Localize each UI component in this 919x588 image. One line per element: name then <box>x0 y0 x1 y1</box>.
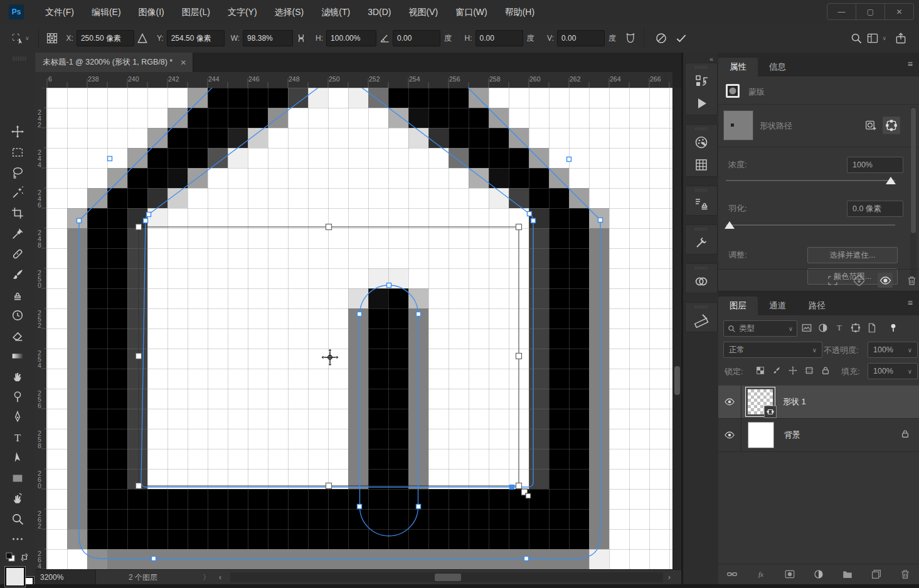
v-skew-field[interactable]: 0.00 <box>557 30 605 46</box>
density-slider[interactable] <box>726 180 895 181</box>
layer-thumbnail[interactable] <box>748 389 773 414</box>
more-tool[interactable] <box>10 532 25 547</box>
grid-panel-icon[interactable] <box>686 154 717 176</box>
add-mask-icon[interactable] <box>864 118 879 133</box>
lasso-tool[interactable] <box>10 165 25 180</box>
transform-handle[interactable] <box>136 224 142 230</box>
marquee-tool[interactable] <box>10 145 25 160</box>
transform-handle[interactable] <box>136 483 142 489</box>
chevron-down-icon[interactable]: ∨ <box>882 35 886 41</box>
properties-scrollbar[interactable] <box>910 107 916 282</box>
layer-name[interactable]: 背景 <box>784 429 800 441</box>
history-brush-tool[interactable] <box>10 308 25 323</box>
opacity-field[interactable]: 100% ∨ <box>868 342 918 358</box>
clone-stamp-tool[interactable] <box>10 287 25 302</box>
vector-mask-icon[interactable] <box>883 117 900 134</box>
layers-mask-s-button[interactable] <box>782 567 798 582</box>
transform-handle[interactable] <box>516 483 522 489</box>
path-anchor-point[interactable] <box>528 212 532 216</box>
panel-group-grip[interactable]: |||||||| <box>686 264 717 270</box>
workspace-icon[interactable] <box>864 30 881 46</box>
zoom-tool[interactable] <box>10 512 25 527</box>
zoom-level-field[interactable]: 3200% <box>35 570 96 585</box>
layers-tab-3[interactable]: 路径 <box>797 297 837 315</box>
properties-tab-2[interactable]: 信息 <box>758 58 797 76</box>
path-anchor-point[interactable] <box>144 219 148 223</box>
transform-handle[interactable] <box>516 354 522 359</box>
blend-mode-select[interactable]: 正常 ∨ <box>723 342 822 358</box>
path-anchor-point[interactable] <box>387 283 391 288</box>
fill-field[interactable]: 100% ∨ <box>868 363 918 379</box>
panel-group-grip[interactable]: |||||||| <box>686 303 717 309</box>
lock-lock-icon[interactable] <box>817 363 834 378</box>
smudge-tool[interactable] <box>10 369 25 384</box>
horizontal-scrollbar[interactable] <box>230 572 663 582</box>
menu-t[interactable]: 滤镜(T) <box>312 0 359 24</box>
menu-l[interactable]: 图层(L) <box>173 0 219 24</box>
maximize-button[interactable]: ▢ <box>856 4 884 19</box>
search-icon[interactable] <box>848 30 864 46</box>
path-anchor-point[interactable] <box>598 218 603 223</box>
filter-text-t-icon[interactable]: T <box>831 320 847 335</box>
ref-point-icon[interactable] <box>44 30 60 46</box>
layers-half-button[interactable] <box>810 567 827 582</box>
panel-group-grip[interactable]: |||||||| <box>686 125 717 131</box>
pen-tool[interactable] <box>10 409 25 424</box>
status-expand-arrow[interactable]: 〉 <box>203 572 210 583</box>
vertical-scrollbar-thumb[interactable] <box>674 366 680 395</box>
brush-tool[interactable] <box>10 267 25 282</box>
commit-icon[interactable] <box>673 30 689 46</box>
layer-row-形状-1[interactable]: 形状 1 <box>718 386 919 419</box>
layer-visibility-eye-icon[interactable] <box>718 386 741 418</box>
rectangle-tool[interactable] <box>10 471 25 486</box>
panel-group-grip[interactable]: |||||||| <box>686 225 717 231</box>
transform-handle[interactable] <box>326 224 332 230</box>
close-button[interactable]: ✕ <box>884 4 913 19</box>
minimize-button[interactable]: — <box>827 4 856 19</box>
mask-thumbnail-icon[interactable] <box>725 83 741 99</box>
delta-icon[interactable] <box>134 30 151 46</box>
layers-trash-button[interactable] <box>897 567 913 582</box>
lock-move-s-icon[interactable] <box>785 363 801 378</box>
expand-panels-icon[interactable]: « <box>709 55 713 63</box>
warp-icon[interactable] <box>622 30 639 46</box>
scroll-left-arrow[interactable]: ‹ <box>219 573 221 582</box>
selected-anchor-point[interactable] <box>510 485 514 490</box>
menu-e[interactable]: 编辑(E) <box>83 0 130 24</box>
menu-i[interactable]: 图像(I) <box>130 0 173 24</box>
path-anchor-point[interactable] <box>531 219 536 223</box>
filter-half-icon[interactable] <box>815 320 831 335</box>
layer-name[interactable]: 形状 1 <box>783 396 806 407</box>
path-anchor-point[interactable] <box>147 213 151 217</box>
y-field[interactable]: 254.50 像素 <box>167 30 225 46</box>
magic-wand-tool[interactable] <box>10 186 25 201</box>
layers-folder-button[interactable] <box>839 567 856 582</box>
path-anchor-point[interactable] <box>152 557 156 561</box>
measure-panel-icon[interactable] <box>686 309 717 332</box>
feather-slider-thumb[interactable] <box>725 221 735 229</box>
shape-path-thumbnail[interactable] <box>723 110 753 140</box>
select-and-mask-button[interactable]: 选择并遮住... <box>807 247 898 263</box>
panel-group-grip[interactable]: |||||||| <box>686 63 717 70</box>
apply-mask-icon[interactable] <box>851 273 866 288</box>
layer-filter-box[interactable]: 类型 ∨ <box>723 320 797 337</box>
filter-image-icon[interactable] <box>799 320 815 335</box>
hand-tool[interactable] <box>10 491 25 506</box>
share-icon[interactable] <box>893 30 909 46</box>
lock-checker-icon[interactable] <box>752 363 768 378</box>
path-anchor-point[interactable] <box>77 219 82 223</box>
tool-indicator-icon[interactable] <box>9 30 25 46</box>
h-field[interactable]: 100.00% <box>326 30 376 46</box>
rotate-field[interactable]: 0.00 <box>393 30 440 46</box>
path-anchor-point[interactable] <box>524 557 529 561</box>
clone-source-panel-icon[interactable] <box>686 192 717 215</box>
swatches-panel-icon[interactable] <box>686 131 717 154</box>
dodge-tool[interactable] <box>10 389 25 404</box>
eraser-tool[interactable] <box>10 328 25 343</box>
tool-presets-panel-icon[interactable] <box>686 231 717 254</box>
eyedropper-tool[interactable] <box>10 226 25 241</box>
mask-visibility-icon[interactable] <box>878 273 893 288</box>
swap-colors-icon[interactable] <box>19 552 30 563</box>
h-skew-field[interactable]: 0.00 <box>475 30 523 46</box>
history-panel-icon[interactable] <box>686 70 717 92</box>
